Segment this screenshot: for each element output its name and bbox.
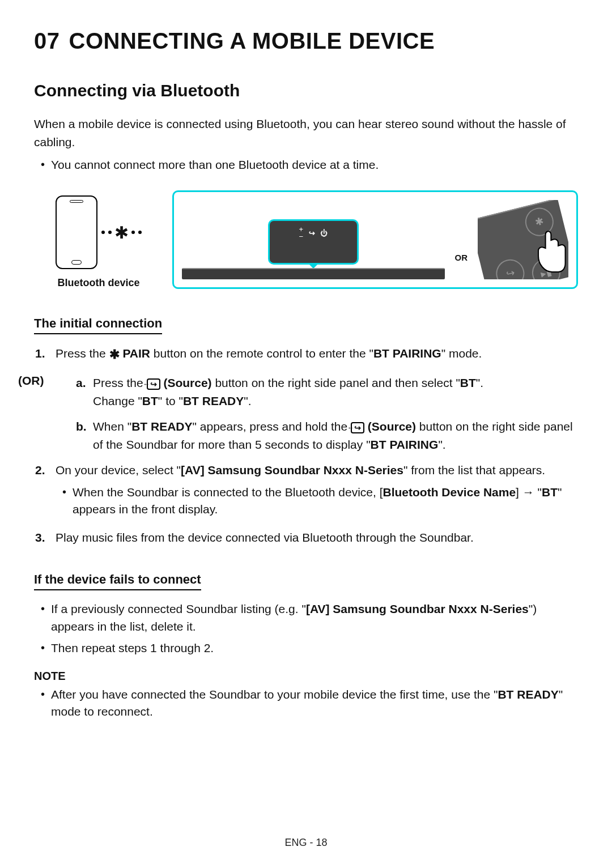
step-1a: a. Press the ← (Source) button on the ri… bbox=[93, 374, 578, 410]
step-2-bullet: When the Soundbar is connected to the Bl… bbox=[73, 484, 578, 518]
callout-side-panel: + − ↪ ⏻ bbox=[268, 219, 359, 265]
chapter-title-text: CONNECTING A MOBILE DEVICE bbox=[69, 28, 435, 53]
phone-icon bbox=[56, 195, 97, 269]
figure-soundbar-panel: + − ↪ ⏻ OR ✱ ↪ ▸▮ bbox=[172, 190, 578, 289]
bluetooth-icon: ✱ bbox=[114, 223, 129, 242]
figure-row: ✱ Bluetooth device + − ↪ ⏻ bbox=[34, 190, 578, 289]
figure-caption-left: Bluetooth device bbox=[57, 277, 139, 289]
note-label: NOTE bbox=[34, 670, 578, 683]
bluetooth-signal-icon: ✱ bbox=[101, 223, 142, 242]
note-bullet: After you have connected the Soundbar to… bbox=[51, 686, 578, 721]
step-number: 3. bbox=[35, 529, 45, 547]
volume-down-icon: − bbox=[299, 233, 303, 240]
step-number: 1. bbox=[35, 344, 45, 363]
step-1b: b. When "BT READY" appears, press and ho… bbox=[93, 418, 578, 453]
substep-number: a. bbox=[76, 374, 86, 392]
step-3: 3. Play music files from the device conn… bbox=[51, 529, 578, 547]
or-label-inline: (OR) bbox=[18, 374, 44, 388]
section-title: Connecting via Bluetooth bbox=[34, 81, 578, 100]
chapter-number: 07 bbox=[34, 28, 60, 53]
page-footer: ENG - 18 bbox=[0, 837, 612, 849]
subheading-fail: If the device fails to connect bbox=[34, 572, 201, 590]
step-number: 2. bbox=[35, 461, 45, 479]
touch-panel-figure: ✱ ↪ ▸▮ bbox=[478, 200, 568, 279]
power-icon: ⏻ bbox=[320, 229, 328, 237]
source-icon: ↪ bbox=[309, 229, 314, 237]
fail-bullet-2: Then repeat steps 1 through 2. bbox=[51, 640, 578, 657]
source-icon: ← bbox=[147, 378, 160, 390]
intro-bullet: You cannot connect more than one Bluetoo… bbox=[51, 156, 578, 173]
subheading-initial-connection: The initial connection bbox=[34, 316, 162, 334]
soundbar-icon bbox=[182, 268, 445, 279]
panel-bluetooth-button-icon: ✱ bbox=[522, 205, 557, 240]
bluetooth-icon: ✱ bbox=[109, 345, 120, 364]
fail-bullet-1: If a previously connected Soundbar listi… bbox=[51, 601, 578, 635]
panel-play-button-icon: ▸▮ bbox=[529, 256, 564, 280]
substep-number: b. bbox=[76, 418, 87, 436]
source-icon: ← bbox=[351, 422, 364, 433]
figure-or-label: OR bbox=[455, 253, 468, 262]
figure-bluetooth-device: ✱ Bluetooth device bbox=[34, 190, 163, 289]
step-1: 1. Press the ✱ PAIR button on the remote… bbox=[51, 344, 578, 364]
panel-source-button-icon: ↪ bbox=[493, 257, 528, 279]
chapter-title: 07CONNECTING A MOBILE DEVICE bbox=[34, 28, 578, 54]
intro-text: When a mobile device is connected using … bbox=[34, 115, 578, 151]
step-2: 2. On your device, select "[AV] Samsung … bbox=[51, 461, 578, 518]
